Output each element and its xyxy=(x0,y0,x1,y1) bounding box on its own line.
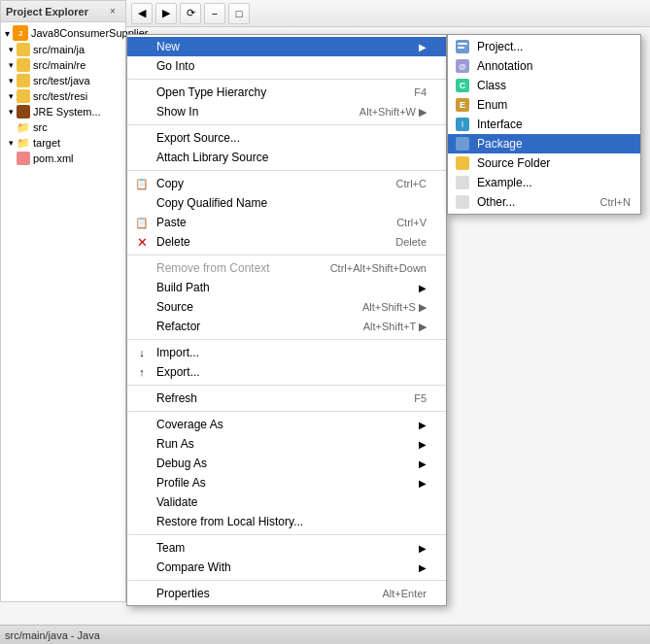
tree-item-srctestresi[interactable]: ▾ src/test/resi xyxy=(1,88,125,104)
menu-item-runas[interactable]: Run As ▶ xyxy=(127,434,446,454)
menu-item-label: Restore from Local History... xyxy=(156,515,303,528)
tree-item-label: src xyxy=(33,121,48,133)
panel-close-icon[interactable]: × xyxy=(105,4,120,19)
submenu-item-interface[interactable]: I Interface xyxy=(448,115,640,134)
shortcut-properties: Alt+Enter xyxy=(382,588,427,599)
submenu-item-project[interactable]: Project... xyxy=(448,37,640,56)
menu-item-validate[interactable]: Validate xyxy=(127,492,446,512)
menu-item-label: Run As xyxy=(156,437,194,451)
shortcut-refactor: Alt+Shift+T ▶ xyxy=(363,321,427,333)
menu-item-new[interactable]: New ▶ xyxy=(127,37,446,56)
menu-item-refactor[interactable]: Refactor Alt+Shift+T ▶ xyxy=(127,317,446,336)
enum-icon: E xyxy=(454,96,471,114)
other-icon xyxy=(454,193,471,211)
paste-icon: 📋 xyxy=(133,214,151,231)
submenu-item-other[interactable]: Other... Ctrl+N xyxy=(448,192,640,212)
menu-item-label: Debug As xyxy=(156,457,207,470)
menu-item-team[interactable]: Team ▶ xyxy=(127,538,446,558)
menu-item-comparewith[interactable]: Compare With ▶ xyxy=(127,558,446,577)
menu-item-label: Import... xyxy=(156,346,199,359)
jar-icon xyxy=(17,105,30,119)
tree-item-project[interactable]: ▾ J Java8ConsumerSupplier xyxy=(1,24,125,42)
menu-item-showin[interactable]: Show In Alt+Shift+W ▶ xyxy=(127,102,446,121)
copy-icon: 📋 xyxy=(133,175,151,192)
menu-item-export[interactable]: ↑ Export... xyxy=(127,362,446,382)
menu-item-copyqualified[interactable]: Copy Qualified Name xyxy=(127,193,446,213)
menu-item-coverageas[interactable]: Coverage As ▶ xyxy=(127,415,446,434)
menu-item-attachlibrary[interactable]: Attach Library Source xyxy=(127,148,446,167)
panel-header: Project Explorer × xyxy=(1,1,125,22)
submenu-item-label: Enum xyxy=(477,98,507,112)
tree-item-src[interactable]: ▾ 📁 src xyxy=(1,119,125,135)
menu-item-gointo[interactable]: Go Into xyxy=(127,56,446,76)
toolbar-min-btn[interactable]: − xyxy=(204,3,225,24)
menu-item-debugas[interactable]: Debug As ▶ xyxy=(127,454,446,473)
tree-item-target[interactable]: ▾ 📁 target xyxy=(1,135,125,151)
team-arrow: ▶ xyxy=(419,543,427,554)
tree-item-label: src/test/java xyxy=(33,75,90,86)
submenu-item-package[interactable]: Package xyxy=(448,134,640,153)
toolbar-back-btn[interactable]: ◀ xyxy=(131,3,153,24)
menu-item-exportsource[interactable]: Export Source... xyxy=(127,128,446,148)
menu-item-label: Export Source... xyxy=(156,131,240,145)
source-folder-icon xyxy=(454,154,471,172)
submenu-item-example[interactable]: Example... xyxy=(448,173,640,192)
menu-sep-1 xyxy=(127,79,446,80)
menu-sep-9 xyxy=(127,580,446,581)
shortcut-other: Ctrl+N xyxy=(600,196,631,208)
tree-item-jre[interactable]: ▾ JRE System... xyxy=(1,104,125,119)
menu-item-label: Refresh xyxy=(156,391,197,405)
menu-item-label: Refactor xyxy=(156,320,200,333)
coverageas-arrow: ▶ xyxy=(419,420,427,430)
folder-icon: 📁 xyxy=(17,136,30,150)
submenu-item-label: Source Folder xyxy=(477,156,550,170)
package-icon xyxy=(454,135,471,153)
status-text: src/main/java - Java xyxy=(5,629,100,641)
menu-item-label: Compare With xyxy=(156,560,231,574)
menu-item-source[interactable]: Source Alt+Shift+S ▶ xyxy=(127,297,446,317)
interface-icon: I xyxy=(454,116,471,133)
menu-item-label: Team xyxy=(156,541,185,555)
menu-item-properties[interactable]: Properties Alt+Enter xyxy=(127,584,446,603)
submenu-item-enum[interactable]: E Enum xyxy=(448,95,640,115)
menu-item-refresh[interactable]: Refresh F5 xyxy=(127,389,446,408)
status-bar: src/main/java - Java xyxy=(0,625,650,644)
toolbar-max-btn[interactable]: □ xyxy=(228,3,250,24)
menu-item-removefromcontext[interactable]: Remove from Context Ctrl+Alt+Shift+Down xyxy=(127,258,446,278)
menu-item-copy[interactable]: 📋 Copy Ctrl+C xyxy=(127,174,446,193)
example-icon xyxy=(454,174,471,191)
new-icon xyxy=(133,38,151,55)
menu-item-import[interactable]: ↓ Import... xyxy=(127,343,446,362)
menu-item-restorehistory[interactable]: Restore from Local History... xyxy=(127,512,446,531)
menu-sep-4 xyxy=(127,254,446,255)
submenu-item-sourcefolder[interactable]: Source Folder xyxy=(448,153,640,173)
menu-item-buildpath[interactable]: Build Path ▶ xyxy=(127,278,446,297)
menu-item-delete[interactable]: ✕ Delete Delete xyxy=(127,232,446,252)
toolbar-refresh-btn[interactable]: ⟳ xyxy=(180,3,201,24)
menu-item-label: Remove from Context xyxy=(156,261,270,275)
menu-item-opentypehierarchy[interactable]: Open Type Hierarchy F4 xyxy=(127,83,446,102)
menu-item-label: Attach Library Source xyxy=(156,151,268,164)
tree-item-pom[interactable]: ▾ pom.xml xyxy=(1,151,125,166)
submenu-item-label: Other... xyxy=(477,195,515,209)
menu-item-label: Go Into xyxy=(156,59,194,73)
submenu-item-annotation[interactable]: @ Annotation xyxy=(448,56,640,76)
tree-item-label: src/main/ja xyxy=(33,44,85,55)
toolbar-forward-btn[interactable]: ▶ xyxy=(155,3,177,24)
shortcut-paste: Ctrl+V xyxy=(396,217,427,228)
src-icon xyxy=(17,89,30,103)
menu-item-profileas[interactable]: Profile As ▶ xyxy=(127,473,446,492)
tree-item-srcmainre[interactable]: ▾ src/main/re xyxy=(1,57,125,73)
panel-header-icons: × xyxy=(105,4,120,19)
tree-content: ▾ J Java8ConsumerSupplier ▾ src/main/ja … xyxy=(1,22,125,168)
menu-item-paste[interactable]: 📋 Paste Ctrl+V xyxy=(127,213,446,232)
tree-item-srcmain[interactable]: ▾ src/main/ja xyxy=(1,42,125,57)
menu-item-label: Delete xyxy=(156,235,190,249)
project-icon: J xyxy=(13,25,28,41)
class-icon: C xyxy=(454,77,471,94)
tree-item-label: src/test/resi xyxy=(33,90,87,102)
submenu-item-label: Project... xyxy=(477,40,523,53)
tree-item-srctestjava[interactable]: ▾ src/test/java xyxy=(1,73,125,88)
submenu-item-class[interactable]: C Class xyxy=(448,76,640,95)
menu-item-label: Source xyxy=(156,300,193,314)
